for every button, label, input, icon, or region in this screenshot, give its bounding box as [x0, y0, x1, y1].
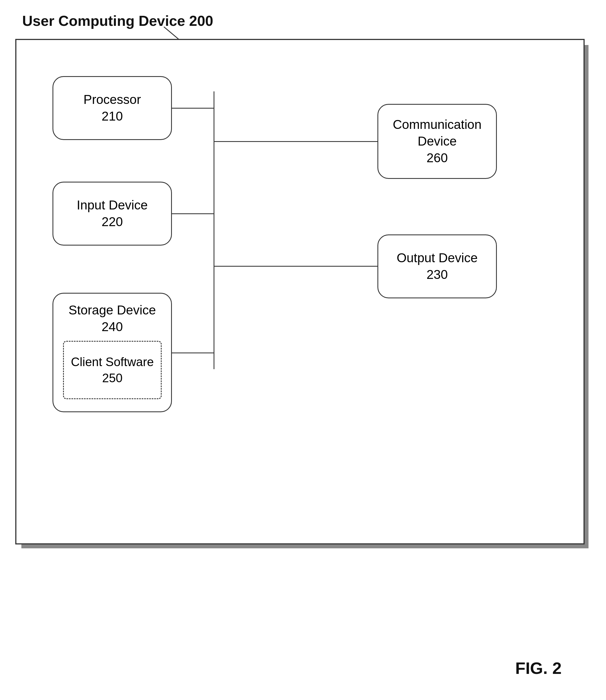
communication-device-box: Communication Device 260 — [377, 104, 497, 179]
processor-label-line1: Processor — [83, 91, 141, 108]
comm-device-label-line1: Communication — [393, 116, 482, 133]
output-device-box: Output Device 230 — [377, 234, 497, 298]
comm-device-label-line3: 260 — [426, 150, 448, 166]
comm-device-label-line2: Device — [418, 133, 457, 150]
processor-box: Processor 210 — [52, 76, 172, 140]
processor-label-line2: 210 — [102, 108, 123, 125]
input-device-box: Input Device 220 — [52, 182, 172, 246]
storage-device-label: Storage Device 240 — [60, 299, 164, 337]
output-device-label-line2: 230 — [426, 266, 448, 283]
storage-device-box: Storage Device 240 Client Software 250 — [52, 293, 172, 412]
diagram-title: User Computing Device 200 — [22, 13, 213, 29]
connector-storage — [172, 352, 214, 353]
client-software-label-line1: Client Software — [71, 354, 154, 370]
storage-device-label-line1: Storage Device — [69, 303, 156, 317]
connector-input — [172, 213, 214, 214]
client-software-box: Client Software 250 — [63, 341, 162, 399]
diagram-outer-box: Processor 210 Input Device 220 Storage D… — [15, 39, 585, 544]
output-device-label-line1: Output Device — [397, 250, 477, 266]
client-software-label-line2: 250 — [102, 370, 122, 386]
connector-communication — [214, 141, 377, 142]
storage-device-label-line2: 240 — [102, 320, 123, 334]
input-device-label-line1: Input Device — [77, 197, 148, 214]
connector-output — [214, 266, 377, 267]
input-device-label-line2: 220 — [102, 214, 123, 230]
page-container: User Computing Device 200 Processor 210 … — [0, 0, 606, 700]
connector-processor — [172, 108, 214, 109]
bus-line-vertical — [214, 91, 214, 369]
figure-label: FIG. 2 — [515, 659, 562, 678]
